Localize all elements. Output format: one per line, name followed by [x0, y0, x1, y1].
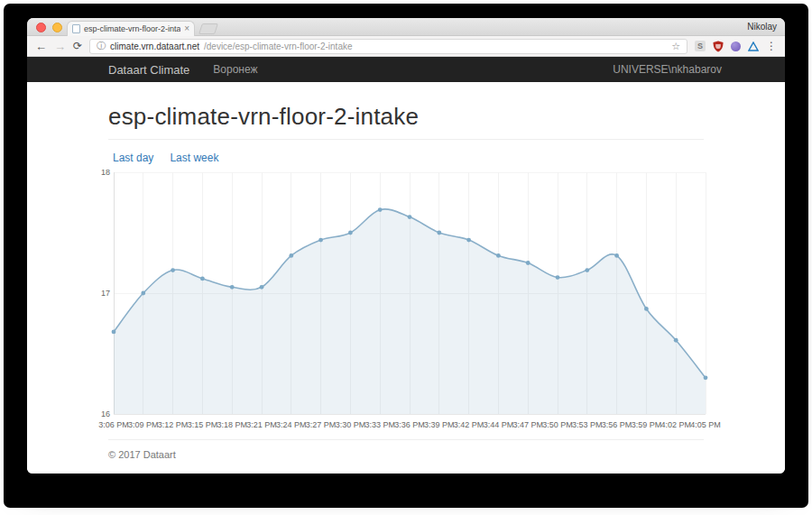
- x-axis-tick-label: 3:21 PM: [246, 420, 277, 429]
- chart-point[interactable]: [112, 329, 116, 334]
- x-axis-tick-label: 3:09 PM: [128, 420, 159, 429]
- chart-point[interactable]: [644, 307, 649, 311]
- chart-point[interactable]: [141, 291, 145, 296]
- last-day-link[interactable]: Last day: [113, 152, 153, 164]
- chart-point[interactable]: [260, 285, 264, 290]
- x-axis-tick-label: 3:27 PM: [306, 420, 337, 429]
- content-container: esp-climate-vrn-floor-2-intake Last day …: [108, 82, 704, 460]
- last-week-link[interactable]: Last week: [170, 152, 218, 164]
- browser-titlebar: esp-climate-vrn-floor-2-intak × Nikolay: [27, 18, 785, 36]
- x-axis-tick-label: 3:47 PM: [512, 420, 543, 429]
- y-axis-tick-label: 18: [101, 168, 110, 177]
- back-icon[interactable]: ←: [35, 41, 47, 52]
- extension-icons: S ⋮: [695, 40, 777, 52]
- chart-point[interactable]: [378, 207, 383, 212]
- app-navbar: Dataart Climate Воронеж UNIVERSE\nkhabar…: [27, 57, 785, 82]
- reload-icon[interactable]: ⟳: [73, 40, 82, 52]
- x-axis-tick-label: 3:36 PM: [394, 420, 425, 429]
- x-axis-tick-label: 4:05 PM: [690, 420, 721, 429]
- temperature-chart-svg: 1617183:06 PM3:09 PM3:12 PM3:15 PM3:18 P…: [108, 169, 704, 436]
- x-axis-tick-label: 3:33 PM: [364, 420, 395, 429]
- x-axis-tick-label: 3:50 PM: [542, 420, 573, 429]
- x-axis-tick-label: 3:53 PM: [572, 420, 603, 429]
- temperature-chart[interactable]: 1617183:06 PM3:09 PM3:12 PM3:15 PM3:18 P…: [108, 169, 704, 439]
- chart-point[interactable]: [318, 238, 323, 243]
- chart-point[interactable]: [200, 277, 205, 281]
- browser-tab[interactable]: esp-climate-vrn-floor-2-intak ×: [67, 21, 195, 36]
- x-axis-tick-label: 3:56 PM: [602, 420, 632, 429]
- x-axis-tick-label: 3:59 PM: [632, 420, 662, 429]
- close-window-button[interactable]: [36, 23, 46, 32]
- x-axis-tick-label: 3:24 PM: [276, 420, 307, 429]
- y-axis-tick-label: 17: [101, 289, 110, 298]
- shield-extension-icon[interactable]: [713, 41, 724, 52]
- chart-point[interactable]: [585, 268, 589, 272]
- chart-point[interactable]: [614, 253, 619, 258]
- x-axis-tick-label: 3:30 PM: [336, 420, 366, 429]
- x-axis-tick-label: 3:42 PM: [454, 420, 484, 429]
- forward-icon[interactable]: →: [54, 41, 66, 52]
- page-info-icon[interactable]: ⓘ: [97, 41, 106, 51]
- url-host: climate.vrn.dataart.net: [110, 41, 199, 51]
- url-bar[interactable]: ⓘ climate.vrn.dataart.net/device/esp-cli…: [89, 39, 687, 54]
- chart-point[interactable]: [437, 231, 441, 235]
- extension-s-icon[interactable]: S: [695, 41, 706, 51]
- page-title: esp-climate-vrn-floor-2-intake: [108, 82, 704, 131]
- x-axis-tick-label: 3:18 PM: [217, 420, 247, 429]
- range-links: Last day Last week: [108, 152, 704, 164]
- chart-point[interactable]: [526, 261, 531, 265]
- x-axis-tick-label: 3:39 PM: [424, 420, 455, 429]
- new-tab-button[interactable]: [198, 23, 218, 34]
- browser-profile-name[interactable]: Nikolay: [747, 22, 777, 32]
- navbar-city-link[interactable]: Воронеж: [213, 63, 257, 76]
- chart-point[interactable]: [230, 285, 235, 290]
- navbar-brand[interactable]: Dataart Climate: [108, 63, 189, 77]
- screenshot-stage: esp-climate-vrn-floor-2-intak × Nikolay …: [0, 0, 812, 515]
- x-axis-tick-label: 3:44 PM: [484, 420, 514, 429]
- x-axis-tick-label: 4:02 PM: [660, 420, 691, 429]
- chart-point[interactable]: [348, 231, 353, 235]
- chart-point[interactable]: [408, 215, 412, 219]
- chart-point[interactable]: [289, 253, 293, 258]
- url-path: /device/esp-climate-vrn-floor-2-intake: [204, 41, 353, 51]
- x-axis-tick-label: 3:15 PM: [188, 420, 218, 429]
- purple-extension-icon[interactable]: [731, 41, 741, 51]
- page-content: esp-climate-vrn-floor-2-intake Last day …: [27, 82, 785, 474]
- tab-title: esp-climate-vrn-floor-2-intak: [84, 24, 180, 33]
- x-axis-tick-label: 3:06 PM: [98, 420, 129, 429]
- x-axis-tick-label: 3:12 PM: [158, 420, 189, 429]
- bookmark-star-icon[interactable]: ☆: [671, 41, 680, 51]
- chart-point[interactable]: [674, 338, 678, 343]
- title-divider: [108, 139, 704, 140]
- chart-point[interactable]: [496, 253, 501, 258]
- tab-close-icon[interactable]: ×: [184, 24, 189, 33]
- chart-point[interactable]: [556, 275, 560, 280]
- triangle-extension-icon[interactable]: [748, 41, 759, 51]
- tab-favicon-icon: [72, 24, 80, 33]
- browser-toolbar: ← → ⟳ ⓘ climate.vrn.dataart.net/device/e…: [27, 36, 785, 57]
- chart-point[interactable]: [171, 268, 175, 272]
- y-axis-tick-label: 16: [101, 409, 110, 418]
- chart-point[interactable]: [704, 375, 708, 380]
- navbar-username[interactable]: UNIVERSE\nkhabarov: [613, 63, 722, 76]
- copyright-text: © 2017 Dataart: [108, 440, 704, 460]
- browser-window: esp-climate-vrn-floor-2-intak × Nikolay …: [27, 18, 785, 474]
- chart-point[interactable]: [466, 238, 471, 243]
- browser-menu-icon[interactable]: ⋮: [766, 40, 777, 52]
- minimize-window-button[interactable]: [52, 23, 62, 32]
